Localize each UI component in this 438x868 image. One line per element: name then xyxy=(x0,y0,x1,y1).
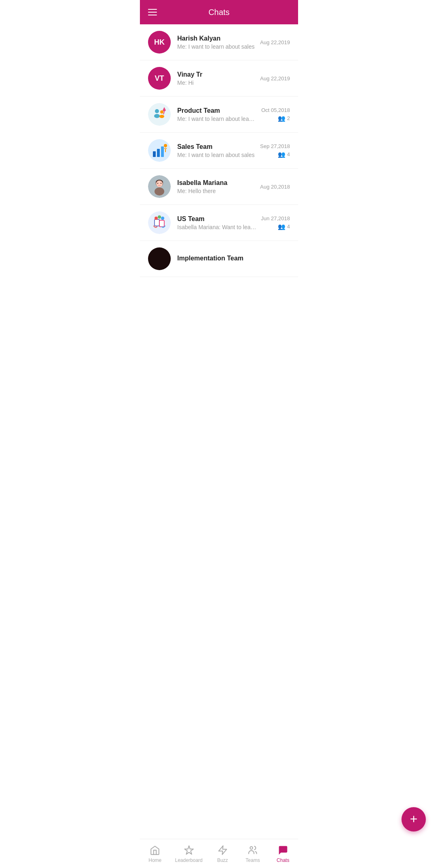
svg-point-2 xyxy=(154,114,160,118)
members-number-us-team: 4 xyxy=(287,223,290,230)
svg-rect-10 xyxy=(161,146,164,157)
chat-content-harish-kalyan: Harish Kalyan Me: I want to learn about … xyxy=(177,35,256,50)
chat-name-isabella-mariana: Isabella Mariana xyxy=(177,179,256,187)
avatar-vinay-tr: VT xyxy=(148,67,171,90)
chat-list: HK Harish Kalyan Me: I want to learn abo… xyxy=(140,24,298,309)
chat-preview-isabella-mariana: Me: Hello there xyxy=(177,188,256,194)
chat-date-vinay-tr: Aug 22,2019 xyxy=(260,75,290,82)
avatar-isabella-mariana xyxy=(148,175,171,198)
chat-name-implementation-team: Implementation Team xyxy=(177,255,286,262)
member-count-sales-team: 👥 4 xyxy=(278,151,290,158)
chat-meta-sales-team: Sep 27,2018 👥 4 xyxy=(260,143,290,158)
chat-name-vinay-tr: Vinay Tr xyxy=(177,71,256,78)
svg-point-18 xyxy=(157,183,158,184)
chat-item-implementation-team[interactable]: Implementation Team xyxy=(140,241,298,277)
members-icon-sales-team: 👥 xyxy=(278,151,286,158)
chat-preview-us-team: Isabella Mariana: Want to learn about co… xyxy=(177,224,257,230)
chat-meta-harish-kalyan: Aug 22,2019 xyxy=(260,39,290,45)
chat-name-harish-kalyan: Harish Kalyan xyxy=(177,35,256,42)
member-count-product-team: 👥 2 xyxy=(278,115,290,122)
chat-content-product-team: Product Team Me: I want to learn about l… xyxy=(177,107,257,122)
chat-item-us-team[interactable]: US Team Isabella Mariana: Want to learn … xyxy=(140,205,298,241)
chat-item-isabella-mariana[interactable]: Isabella Mariana Me: Hello there Aug 20,… xyxy=(140,169,298,205)
svg-point-17 xyxy=(156,180,163,187)
chat-name-sales-team: Sales Team xyxy=(177,143,256,150)
chat-content-sales-team: Sales Team Me: I want to learn about sal… xyxy=(177,143,256,158)
chat-content-implementation-team: Implementation Team xyxy=(177,255,286,263)
svg-point-19 xyxy=(161,183,161,184)
avatar-sales-team xyxy=(148,139,171,162)
chat-meta-product-team: Oct 05,2018 👥 2 xyxy=(261,107,290,122)
chat-item-product-team[interactable]: Product Team Me: I want to learn about l… xyxy=(140,97,298,133)
chat-preview-harish-kalyan: Me: I want to learn about sales xyxy=(177,43,256,50)
header: Chats xyxy=(140,0,298,24)
chat-name-product-team: Product Team xyxy=(177,107,257,114)
svg-point-0 xyxy=(148,103,171,126)
members-number-product-team: 2 xyxy=(287,115,290,121)
members-icon-us-team: 👥 xyxy=(278,223,286,230)
svg-point-23 xyxy=(155,217,158,220)
svg-rect-21 xyxy=(155,219,159,226)
svg-point-3 xyxy=(160,110,163,114)
svg-point-25 xyxy=(158,215,161,219)
svg-point-24 xyxy=(161,217,164,220)
svg-rect-8 xyxy=(153,151,156,157)
member-count-us-team: 👥 4 xyxy=(278,223,290,230)
chat-content-vinay-tr: Vinay Tr Me: Hi xyxy=(177,71,256,86)
menu-button[interactable] xyxy=(148,9,157,15)
chat-item-sales-team[interactable]: Sales Team Me: I want to learn about sal… xyxy=(140,133,298,169)
chat-name-us-team: US Team xyxy=(177,215,257,223)
avatar-harish-kalyan: HK xyxy=(148,31,171,54)
chat-content-us-team: US Team Isabella Mariana: Want to learn … xyxy=(177,215,257,230)
svg-point-1 xyxy=(155,109,159,113)
chat-item-harish-kalyan[interactable]: HK Harish Kalyan Me: I want to learn abo… xyxy=(140,24,298,60)
members-icon-product-team: 👥 xyxy=(278,115,286,122)
chat-date-harish-kalyan: Aug 22,2019 xyxy=(260,39,290,45)
chat-meta-isabella-mariana: Aug 20,2018 xyxy=(260,184,290,190)
chat-preview-vinay-tr: Me: Hi xyxy=(177,79,256,86)
members-number-sales-team: 4 xyxy=(287,151,290,157)
chat-meta-us-team: Jun 27,2018 👥 4 xyxy=(261,215,290,230)
avatar-product-team xyxy=(148,103,171,126)
chat-date-us-team: Jun 27,2018 xyxy=(261,215,290,221)
chat-date-sales-team: Sep 27,2018 xyxy=(260,143,290,149)
avatar-us-team xyxy=(148,211,171,234)
svg-point-11 xyxy=(164,144,167,147)
chat-item-vinay-tr[interactable]: VT Vinay Tr Me: Hi Aug 22,2019 xyxy=(140,60,298,97)
chat-meta-vinay-tr: Aug 22,2019 xyxy=(260,75,290,82)
chat-preview-sales-team: Me: I want to learn about sales xyxy=(177,152,256,158)
svg-rect-22 xyxy=(159,220,164,227)
chat-date-isabella-mariana: Aug 20,2018 xyxy=(260,184,290,190)
chat-content-isabella-mariana: Isabella Mariana Me: Hello there xyxy=(177,179,256,194)
chat-preview-product-team: Me: I want to learn about leadership xyxy=(177,116,257,122)
svg-point-15 xyxy=(155,187,164,196)
svg-rect-9 xyxy=(157,149,160,157)
chat-date-product-team: Oct 05,2018 xyxy=(261,107,290,113)
svg-point-4 xyxy=(159,115,164,118)
header-title: Chats xyxy=(208,8,230,17)
